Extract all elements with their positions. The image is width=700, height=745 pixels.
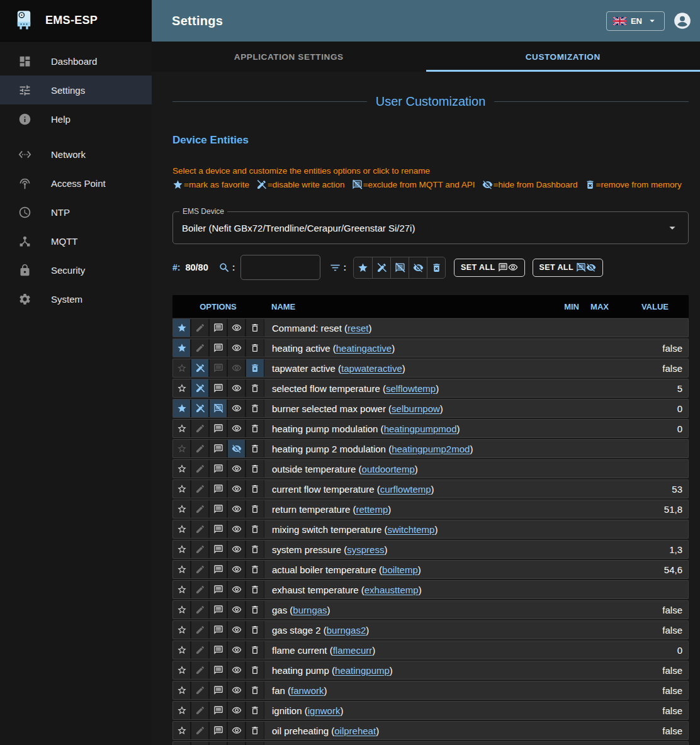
comment-toggle[interactable] bbox=[210, 520, 228, 538]
entity-name[interactable]: mixing switch temperature (switchtemp) bbox=[264, 520, 625, 538]
eye-toggle[interactable] bbox=[228, 379, 246, 397]
comment-toggle[interactable] bbox=[210, 722, 228, 739]
eye-toggle[interactable] bbox=[228, 561, 246, 578]
entity-code-link[interactable]: heatingpumpmod bbox=[384, 423, 457, 434]
entity-code-link[interactable]: burngas bbox=[293, 605, 327, 615]
pencil-toggle[interactable] bbox=[191, 681, 210, 699]
star-o-toggle[interactable] bbox=[173, 581, 191, 598]
comment-toggle[interactable] bbox=[210, 601, 228, 619]
star-o-toggle[interactable] bbox=[173, 742, 191, 745]
pencil-toggle[interactable] bbox=[191, 420, 210, 437]
entity-name[interactable]: ignition (ignwork) bbox=[264, 702, 625, 719]
entity-name[interactable]: return temperature (rettemp) bbox=[264, 500, 625, 518]
entity-code-link[interactable]: heatingactive bbox=[336, 343, 392, 354]
entity-code-link[interactable]: reset bbox=[347, 323, 368, 333]
star-o-toggle[interactable] bbox=[173, 702, 191, 719]
entity-name[interactable]: Command: reset (reset) bbox=[264, 319, 625, 337]
delete-toggle[interactable] bbox=[246, 581, 264, 598]
pencil-toggle[interactable] bbox=[191, 541, 210, 558]
entity-name[interactable]: heating pump (heatingpump) bbox=[264, 661, 625, 679]
delete-toggle[interactable] bbox=[246, 420, 264, 437]
sidebar-item-security[interactable]: Security bbox=[0, 255, 152, 284]
star-o-toggle[interactable] bbox=[173, 681, 191, 699]
eye-toggle[interactable] bbox=[228, 722, 246, 739]
comment-off-toggle[interactable] bbox=[210, 400, 228, 417]
comment-toggle[interactable] bbox=[210, 319, 228, 337]
comment-toggle[interactable] bbox=[210, 681, 228, 699]
comment-toggle[interactable] bbox=[210, 742, 228, 745]
comment-toggle[interactable] bbox=[210, 440, 228, 457]
sidebar-item-network[interactable]: Network bbox=[0, 140, 152, 169]
star-o-toggle[interactable] bbox=[173, 460, 191, 478]
comment-toggle[interactable] bbox=[210, 581, 228, 598]
search-input[interactable] bbox=[240, 255, 320, 280]
pencil-toggle[interactable] bbox=[191, 742, 210, 745]
eye-toggle[interactable] bbox=[228, 480, 246, 498]
comment-toggle[interactable] bbox=[210, 379, 228, 397]
entity-code-link[interactable]: switchtemp bbox=[387, 524, 434, 535]
set-all-visible-button[interactable]: SET ALL bbox=[454, 259, 524, 277]
entity-code-link[interactable]: curflowtemp bbox=[380, 484, 431, 495]
entity-code-link[interactable]: oilpreheat bbox=[334, 725, 376, 736]
delete-toggle[interactable] bbox=[246, 742, 264, 745]
entity-name[interactable]: fan (fanwork) bbox=[264, 681, 625, 699]
entity-name[interactable]: heating pump modulation (heatingpumpmod) bbox=[264, 420, 625, 437]
pencil-toggle[interactable] bbox=[191, 621, 210, 639]
eye-toggle[interactable] bbox=[228, 400, 246, 417]
delete-toggle[interactable] bbox=[246, 480, 264, 498]
entity-code-link[interactable]: heatingpump bbox=[335, 665, 390, 676]
star-o-toggle[interactable] bbox=[173, 561, 191, 578]
star-o-toggle[interactable] bbox=[173, 379, 191, 397]
entity-name[interactable]: heating active (heatingactive) bbox=[264, 339, 625, 357]
comment-toggle[interactable] bbox=[210, 621, 228, 639]
sidebar-item-access-point[interactable]: Access Point bbox=[0, 169, 152, 198]
delete-toggle[interactable] bbox=[246, 379, 264, 397]
entity-code-link[interactable]: flamecurr bbox=[333, 645, 373, 656]
pencil-toggle[interactable] bbox=[191, 339, 210, 357]
delete-forever-toggle[interactable] bbox=[246, 359, 264, 377]
entity-code-link[interactable]: selflowtemp bbox=[386, 383, 436, 394]
eye-toggle[interactable] bbox=[228, 359, 246, 377]
pencil-toggle[interactable] bbox=[191, 601, 210, 619]
entity-code-link[interactable]: heatingpump2mod bbox=[392, 444, 470, 454]
delete-toggle[interactable] bbox=[246, 520, 264, 538]
delete-toggle[interactable] bbox=[246, 661, 264, 679]
tab-application-settings[interactable]: APPLICATION SETTINGS bbox=[152, 42, 426, 72]
entity-name[interactable]: current flow temperature (curflowtemp) bbox=[264, 480, 625, 498]
pencil-toggle[interactable] bbox=[191, 561, 210, 578]
language-selector[interactable]: EN bbox=[606, 11, 665, 31]
entity-code-link[interactable]: burngas2 bbox=[327, 625, 366, 636]
pencil-toggle[interactable] bbox=[191, 500, 210, 518]
star-o-toggle[interactable] bbox=[173, 621, 191, 639]
comment-toggle[interactable] bbox=[210, 702, 228, 719]
entity-code-link[interactable]: syspress bbox=[347, 544, 384, 555]
set-all-hidden-button[interactable]: SET ALL bbox=[533, 259, 603, 277]
delete-toggle[interactable] bbox=[246, 702, 264, 719]
entity-name[interactable]: heating pump 2 modulation (heatingpump2m… bbox=[264, 440, 625, 457]
sidebar-item-settings[interactable]: Settings bbox=[0, 76, 152, 104]
entity-name[interactable]: oil preheating (oilpreheat) bbox=[264, 722, 625, 739]
delete-toggle[interactable] bbox=[246, 621, 264, 639]
eye-toggle[interactable] bbox=[228, 581, 246, 598]
comment-toggle[interactable] bbox=[210, 661, 228, 679]
comment-toggle[interactable] bbox=[210, 500, 228, 518]
eye-toggle[interactable] bbox=[228, 702, 246, 719]
entity-code-link[interactable]: tapwateractive bbox=[341, 363, 402, 374]
sidebar-item-help[interactable]: Help bbox=[0, 104, 152, 133]
entity-code-link[interactable]: rettemp bbox=[356, 504, 388, 515]
star-o-toggle[interactable] bbox=[173, 641, 191, 659]
eye-toggle[interactable] bbox=[228, 500, 246, 518]
entity-name[interactable]: outside temperature (outdoortemp) bbox=[264, 460, 625, 478]
comment-toggle[interactable] bbox=[210, 460, 228, 478]
entity-code-link[interactable]: selburnpow bbox=[392, 403, 440, 414]
sidebar-item-dashboard[interactable]: Dashboard bbox=[0, 47, 152, 76]
ems-device-select[interactable]: EMS Device Boiler (Nefit GBx72/Trendline… bbox=[172, 211, 689, 244]
comment-toggle[interactable] bbox=[210, 359, 228, 377]
entity-code-link[interactable]: fanwork bbox=[291, 685, 324, 696]
star-o-toggle[interactable] bbox=[173, 722, 191, 739]
entity-name[interactable]: system pressure (syspress) bbox=[264, 541, 625, 558]
pencil-off-filter-button[interactable] bbox=[372, 257, 390, 278]
sidebar-item-ntp[interactable]: NTP bbox=[0, 198, 152, 227]
comment-toggle[interactable] bbox=[210, 641, 228, 659]
delete-toggle[interactable] bbox=[246, 601, 264, 619]
